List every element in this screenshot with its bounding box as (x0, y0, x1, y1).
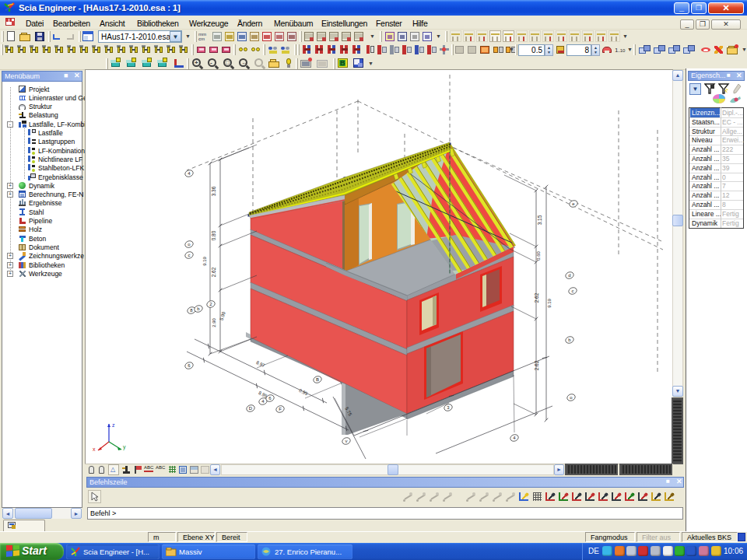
svg-text:0.80: 0.80 (211, 230, 216, 240)
svg-text:3.15: 3.15 (537, 215, 542, 225)
svg-text:9.19: 9.19 (202, 257, 207, 266)
svg-text:D: D (249, 406, 253, 411)
svg-text:c: c (188, 253, 191, 257)
svg-text:x: x (93, 446, 96, 452)
svg-text:B: B (316, 377, 319, 382)
svg-text:v: v (345, 439, 348, 443)
svg-text:3.36: 3.36 (211, 186, 216, 196)
svg-text:2.90: 2.90 (212, 318, 216, 327)
svg-text:c: c (572, 289, 574, 293)
svg-text:y: y (123, 444, 126, 450)
svg-text:F: F (279, 407, 282, 411)
svg-text:9.19: 9.19 (547, 299, 552, 308)
svg-text:z: z (112, 422, 115, 428)
svg-text:d: d (568, 273, 570, 278)
svg-text:2.62: 2.62 (534, 360, 539, 370)
svg-text:2.62: 2.62 (211, 267, 216, 277)
svg-text:0.60: 0.60 (536, 251, 541, 261)
svg-text:2.62: 2.62 (534, 292, 539, 303)
